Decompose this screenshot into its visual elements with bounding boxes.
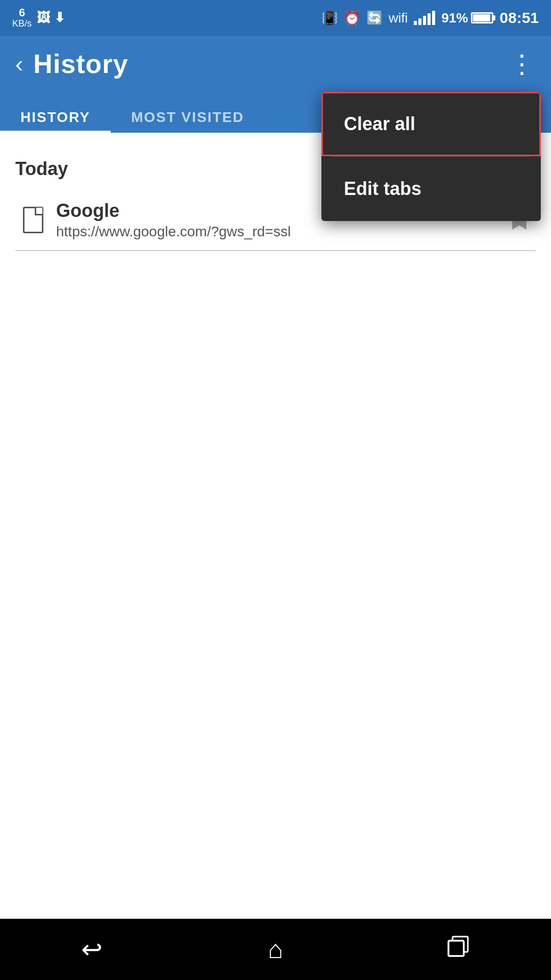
context-menu: Clear all Edit tabs [321, 92, 541, 221]
clear-all-button[interactable]: Clear all [321, 92, 541, 156]
edit-tabs-button[interactable]: Edit tabs [321, 157, 541, 221]
dropdown-overlay: Clear all Edit tabs [0, 0, 551, 980]
